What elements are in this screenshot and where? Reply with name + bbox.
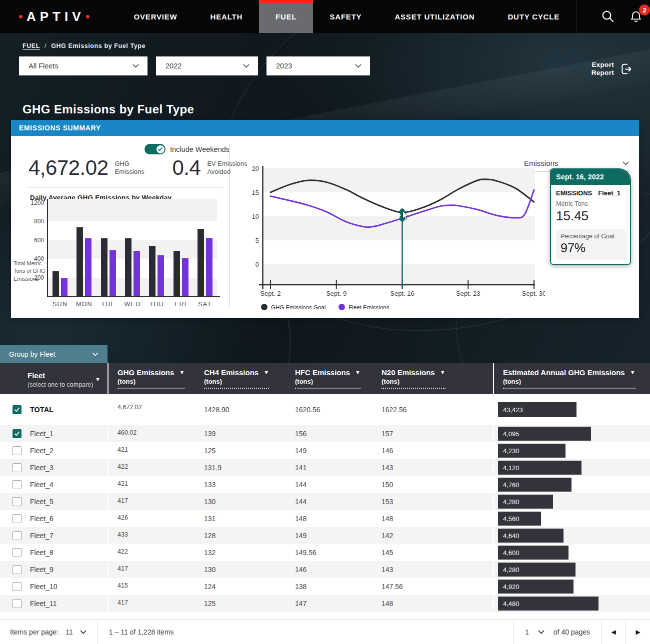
weekday-bar-tue-goal[interactable] — [101, 238, 108, 296]
weekday-bar-fri-goal[interactable] — [174, 251, 180, 296]
hfc-emissions-cell: 141 — [286, 459, 372, 476]
weekday-bar-sun-fleet[interactable] — [61, 278, 68, 296]
filter-select-1[interactable]: 2022 — [156, 56, 258, 75]
ghg-emissions-cell: 417 — [108, 561, 195, 578]
weekday-bar-sat-goal[interactable] — [198, 229, 204, 296]
row-checkbox[interactable] — [12, 463, 22, 472]
ch4-emissions-cell: 131.9 — [195, 459, 286, 476]
column-sublabel: (tons) — [204, 378, 269, 385]
weekday-bar-sun-goal[interactable] — [52, 271, 59, 296]
n2o-emissions-cell: 150 — [372, 476, 494, 493]
pagination-range-text: 1 – 11 of 1,228 items — [98, 620, 185, 644]
hfc-emissions-cell: 1620.56 — [286, 394, 372, 425]
row-checkbox-checked[interactable] — [12, 405, 22, 414]
nav-tab-health[interactable]: HEALTH — [194, 0, 260, 33]
sort-icon[interactable]: ▼ — [630, 369, 636, 376]
pagination-right: 1 of 40 pages ◀ ▶ — [514, 620, 650, 644]
search-icon[interactable] — [600, 8, 616, 25]
row-checkbox[interactable] — [12, 480, 22, 489]
column-header-n20-emissions[interactable]: N20 Emissions ▼ (tons) — [372, 363, 494, 394]
card-title: EMISSIONS SUMMARY — [11, 120, 639, 136]
page-select[interactable]: 1 of 40 pages — [514, 620, 601, 644]
annual-ghg-bar: 4,600 — [498, 546, 568, 560]
export-report-label: ExportReport — [592, 61, 614, 77]
chevron-down-icon — [92, 352, 98, 356]
filter-value: All Fleets — [28, 62, 58, 70]
nav-tab-fuel[interactable]: FUEL — [259, 0, 313, 33]
row-checkbox[interactable] — [12, 582, 22, 591]
sort-icon[interactable]: ▼ — [95, 376, 100, 382]
n2o-emissions-cell: 148 — [372, 510, 494, 527]
items-per-page-value: 11 — [66, 628, 73, 636]
filter-select-0[interactable]: All Fleets — [19, 56, 148, 75]
nav-tab-asset-utilization[interactable]: ASSET UTILIZATION — [378, 0, 491, 33]
weekday-bar-mon-fleet[interactable] — [85, 238, 92, 296]
weekday-bar-wed-goal[interactable] — [125, 238, 132, 296]
y-axis-tick-label: 800 — [26, 218, 44, 225]
items-per-page-control[interactable]: Items per page: 11 — [0, 620, 86, 644]
sort-icon[interactable]: ▼ — [179, 369, 184, 376]
row-checkbox[interactable] — [12, 599, 22, 608]
sort-icon[interactable]: ▼ — [264, 369, 269, 376]
breadcrumb-fuel-link[interactable]: FUEL — [22, 42, 40, 49]
notification-badge: 2 — [639, 4, 650, 15]
emissions-line-chart[interactable]: 05101520Sept. 2Sept. 9Sept. 16Sept. 23Se… — [248, 165, 545, 301]
ch4-emissions-cell: 133 — [195, 476, 286, 493]
nav-tab-overview[interactable]: OVERVIEW — [118, 0, 194, 33]
page-title: GHG Emissions by Fuel Type — [22, 102, 194, 116]
weekday-bar-thu-fleet[interactable] — [158, 255, 164, 296]
ch4-emissions-cell: 139 — [195, 425, 286, 442]
row-checkbox[interactable] — [12, 497, 22, 506]
column-header-ghg-emissions[interactable]: GHG Emissions ▼ (tons) — [108, 363, 195, 394]
include-weekends-toggle[interactable] — [144, 144, 166, 154]
row-checkbox[interactable] — [12, 514, 22, 523]
include-weekends-toggle-row: Include Weekends — [144, 144, 230, 154]
filter-select-2[interactable]: 2023 — [266, 56, 370, 75]
row-checkbox[interactable] — [12, 548, 22, 557]
summary-stats: 4,672.02 GHG Emissions 0.4 EV Emissions … — [28, 156, 253, 180]
n2o-emissions-cell: 145 — [372, 544, 494, 561]
nav-tab-safety[interactable]: SAFETY — [313, 0, 378, 33]
n2o-emissions-cell: 1622.56 — [372, 394, 494, 425]
export-report-button[interactable]: ExportReport — [592, 61, 633, 77]
app-root: APTIV OVERVIEWHEALTHFUELSAFETYASSET UTIL… — [0, 0, 650, 644]
chart-grid-band — [48, 240, 217, 259]
weekday-bar-thu-goal[interactable] — [149, 246, 156, 296]
annual-ghg-bar: 4,280 — [498, 495, 553, 509]
column-sublabel: (tons) — [382, 378, 446, 385]
column-header-hfc-emissions[interactable]: HFC Emissions ▼ (tons) — [286, 363, 372, 394]
sort-icon[interactable]: ▼ — [440, 369, 446, 376]
fleet-name: Fleet_2 — [30, 447, 54, 455]
ghg-emissions-cell: 421 — [108, 476, 195, 493]
legend-label: Fleet Emissions — [348, 304, 389, 310]
table-header-row: Fleet (select one to compare) ▼GHG Emiss… — [0, 363, 650, 394]
ch4-emissions-cell: 131 — [195, 510, 286, 527]
sort-icon[interactable]: ▼ — [355, 369, 360, 376]
row-checkbox[interactable] — [12, 565, 22, 574]
tooltip-date: Sept. 16, 2022 — [551, 169, 630, 185]
next-page-button[interactable]: ▶ — [626, 620, 650, 644]
weekday-bar-tue-fleet[interactable] — [110, 250, 116, 296]
weekday-bar-wed-fleet[interactable] — [134, 251, 140, 296]
table-row-fleet_11: Fleet_11 417 125 147 148 4,480 — [0, 595, 650, 612]
group-by-fleet-dropdown[interactable]: Group by Fleet — [0, 345, 108, 363]
column-header-ch4-emissions[interactable]: CH4 Emissions ▼ (tons) — [195, 363, 286, 394]
column-header-fleet[interactable]: Fleet (select one to compare) ▼ — [0, 363, 108, 394]
x-axis-tick-label: Sept. 9 — [326, 290, 346, 297]
row-checkbox[interactable] — [12, 446, 22, 455]
n2o-emissions-cell: 148 — [372, 595, 494, 612]
weekday-bar-mon-goal[interactable] — [76, 227, 83, 296]
weekday-bar-sat-fleet[interactable] — [206, 238, 212, 296]
row-checkbox-checked[interactable] — [12, 429, 22, 438]
table-row-fleet_10: Fleet_10 415 124 138 147.56 4,920 — [0, 578, 650, 595]
column-label: GHG Emissions — [118, 368, 174, 377]
n2o-emissions-cell: 142 — [372, 527, 494, 544]
weekday-bar-fri-fleet[interactable] — [182, 258, 188, 296]
row-checkbox[interactable] — [12, 531, 22, 540]
notifications-bell-icon[interactable]: 2 — [628, 8, 644, 25]
column-header-estimated-annual-ghg-emissions[interactable]: Estimated Annual GHG Emissions ▼ (tons) — [494, 363, 650, 394]
n2o-emissions-cell: 147.56 — [372, 578, 494, 595]
aptiv-logo[interactable]: APTIV — [19, 0, 90, 33]
previous-page-button[interactable]: ◀ — [602, 620, 626, 644]
nav-tab-duty-cycle[interactable]: DUTY CYCLE — [491, 0, 576, 33]
